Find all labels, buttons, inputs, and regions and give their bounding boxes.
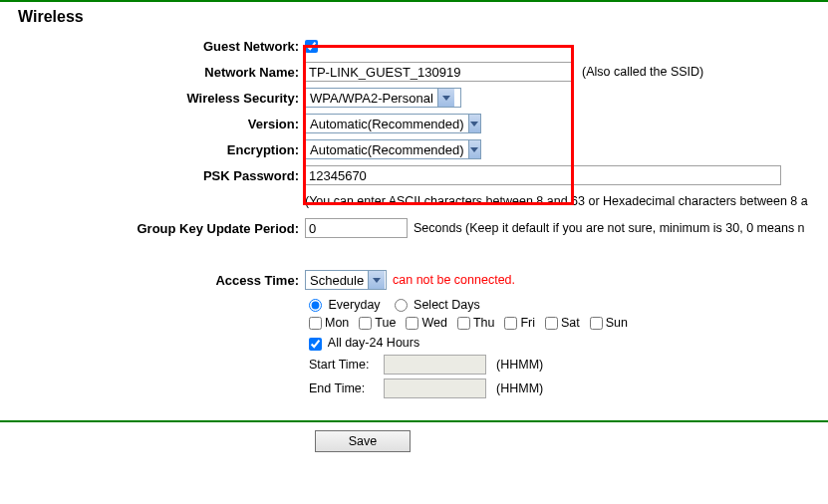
chevron-down-icon xyxy=(468,115,480,132)
all-day-option[interactable]: All day-24 Hours xyxy=(309,336,419,350)
end-time-input[interactable] xyxy=(384,378,486,398)
encryption-label: Encryption: xyxy=(0,142,305,157)
day-fri[interactable]: Fri xyxy=(504,316,535,330)
chevron-down-icon xyxy=(468,140,480,158)
group-key-input[interactable] xyxy=(305,218,408,238)
day-thu[interactable]: Thu xyxy=(457,316,495,330)
section-title: Wireless xyxy=(0,2,828,34)
everyday-option[interactable]: Everyday xyxy=(309,298,381,312)
chevron-down-icon xyxy=(368,271,385,289)
wireless-form: Guest Network: Network Name: (Also calle… xyxy=(0,34,828,406)
network-name-label: Network Name: xyxy=(0,65,305,80)
ssid-hint: (Also called the SSID) xyxy=(582,65,703,79)
group-key-label: Group Key Update Period: xyxy=(0,221,305,236)
start-time-input[interactable] xyxy=(384,355,486,375)
guest-network-checkbox[interactable] xyxy=(305,40,318,53)
guest-network-label: Guest Network: xyxy=(0,39,305,54)
day-mon[interactable]: Mon xyxy=(309,316,349,330)
hhmm-hint-end: (HHMM) xyxy=(496,381,543,395)
access-time-label: Access Time: xyxy=(0,273,305,288)
day-wed[interactable]: Wed xyxy=(406,316,446,330)
group-key-hint: Seconds (Keep it default if you are not … xyxy=(414,221,805,235)
wireless-security-label: Wireless Security: xyxy=(0,91,305,106)
schedule-block: Everyday Select Days Mon Tue Wed Thu Fri… xyxy=(309,298,828,398)
version-label: Version: xyxy=(0,117,305,131)
access-time-select[interactable]: Schedule xyxy=(305,270,387,290)
end-time-label: End Time: xyxy=(309,381,374,395)
wireless-security-select[interactable]: WPA/WPA2-Personal xyxy=(305,88,461,108)
access-time-error: can not be connected. xyxy=(393,273,515,287)
psk-password-input[interactable] xyxy=(305,165,781,185)
version-select[interactable]: Automatic(Recommended) xyxy=(305,114,481,133)
network-name-input[interactable] xyxy=(305,62,572,82)
day-tue[interactable]: Tue xyxy=(359,316,396,330)
hhmm-hint-start: (HHMM) xyxy=(496,358,543,372)
day-sat[interactable]: Sat xyxy=(545,316,580,330)
psk-hint: (You can enter ASCII characters between … xyxy=(305,194,808,208)
save-button[interactable]: Save xyxy=(315,430,411,452)
start-time-label: Start Time: xyxy=(309,358,374,372)
encryption-select[interactable]: Automatic(Recommended) xyxy=(305,139,481,159)
day-sun[interactable]: Sun xyxy=(590,316,628,330)
select-days-option[interactable]: Select Days xyxy=(395,298,480,312)
psk-password-label: PSK Password: xyxy=(0,168,305,183)
chevron-down-icon xyxy=(437,89,454,107)
